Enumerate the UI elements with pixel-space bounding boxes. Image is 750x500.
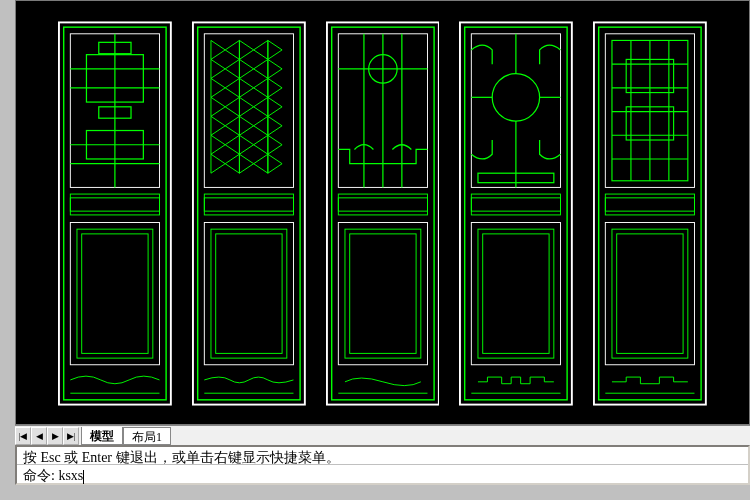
door-panel-3 bbox=[326, 11, 440, 416]
svg-rect-72 bbox=[606, 223, 695, 365]
cad-drawing-viewport[interactable] bbox=[15, 0, 750, 425]
svg-rect-24 bbox=[211, 229, 287, 358]
text-cursor bbox=[83, 470, 84, 484]
svg-rect-19 bbox=[197, 27, 299, 400]
door-panel-4 bbox=[459, 11, 573, 416]
tab-nav-prev[interactable]: ◀ bbox=[31, 427, 47, 445]
command-prompt: 命令: bbox=[23, 468, 58, 483]
svg-rect-74 bbox=[617, 234, 683, 353]
command-input-text: ksxs bbox=[58, 468, 83, 483]
svg-rect-14 bbox=[70, 223, 159, 365]
svg-rect-21 bbox=[204, 194, 293, 215]
svg-rect-53 bbox=[478, 229, 554, 358]
svg-rect-16 bbox=[82, 234, 148, 353]
door-panel-2 bbox=[192, 11, 306, 416]
layout-tab-bar: |◀ ◀ ▶ ▶| 模型 布局1 bbox=[15, 425, 750, 445]
svg-rect-37 bbox=[338, 223, 427, 365]
svg-rect-35 bbox=[338, 194, 427, 215]
svg-rect-12 bbox=[70, 194, 159, 215]
svg-rect-18 bbox=[193, 22, 305, 404]
svg-rect-38 bbox=[345, 229, 421, 358]
tab-layout1[interactable]: 布局1 bbox=[123, 427, 171, 445]
svg-rect-42 bbox=[465, 27, 567, 400]
command-input-line[interactable]: 命令: ksxs bbox=[17, 465, 748, 483]
tab-nav-first[interactable]: |◀ bbox=[15, 427, 31, 445]
svg-rect-13 bbox=[70, 198, 159, 211]
svg-rect-51 bbox=[472, 198, 561, 211]
command-window: 按 Esc 或 Enter 键退出，或单击右键显示快捷菜单。 命令: ksxs bbox=[15, 445, 750, 485]
svg-rect-71 bbox=[606, 198, 695, 211]
svg-rect-50 bbox=[472, 194, 561, 215]
svg-rect-23 bbox=[204, 223, 293, 365]
svg-rect-73 bbox=[612, 229, 688, 358]
command-history-line: 按 Esc 或 Enter 键退出，或单击右键显示快捷菜单。 bbox=[17, 447, 748, 465]
tab-model[interactable]: 模型 bbox=[81, 427, 123, 445]
svg-rect-36 bbox=[338, 198, 427, 211]
svg-rect-22 bbox=[204, 198, 293, 211]
svg-rect-20 bbox=[204, 34, 293, 188]
door-panel-5 bbox=[593, 11, 707, 416]
svg-rect-70 bbox=[606, 194, 695, 215]
door-panel-1 bbox=[58, 11, 172, 416]
svg-point-44 bbox=[493, 74, 540, 121]
svg-rect-52 bbox=[472, 223, 561, 365]
tab-nav-next[interactable]: ▶ bbox=[47, 427, 63, 445]
svg-rect-15 bbox=[77, 229, 153, 358]
svg-rect-25 bbox=[216, 234, 282, 353]
tab-nav-last[interactable]: ▶| bbox=[63, 427, 79, 445]
svg-rect-41 bbox=[460, 22, 572, 404]
svg-rect-54 bbox=[483, 234, 549, 353]
svg-rect-39 bbox=[349, 234, 415, 353]
